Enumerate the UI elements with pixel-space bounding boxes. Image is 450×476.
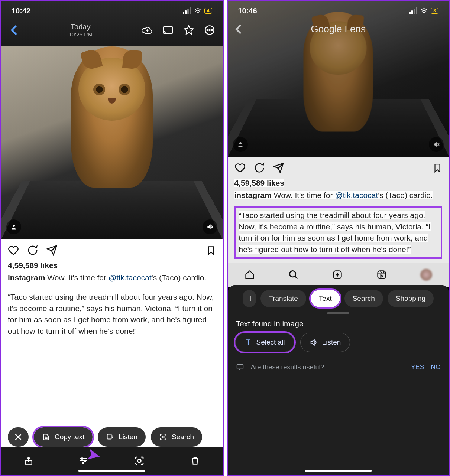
status-time: 10:42 <box>12 7 30 15</box>
search-button[interactable]: Search <box>151 427 202 447</box>
battery-indicator: 4 <box>204 8 212 14</box>
status-indicators: 4 <box>183 7 212 14</box>
likes-count: 4,59,589 likes <box>234 179 443 188</box>
bookmark-icon[interactable] <box>206 245 216 256</box>
svg-rect-20 <box>378 271 385 279</box>
mode-shopping[interactable]: Shopping <box>388 290 434 307</box>
listen-icon <box>106 433 114 441</box>
feedback-no[interactable]: NO <box>431 363 441 371</box>
svg-point-3 <box>209 29 210 30</box>
svg-point-5 <box>13 225 15 227</box>
copy-text-button[interactable]: Copy text <box>34 427 93 447</box>
right-screenshot: 10:46 3 Google Lens 4,5 <box>227 0 450 476</box>
caption-username[interactable]: instagram <box>8 273 45 282</box>
photo-preview[interactable] <box>1 46 223 239</box>
likes-count: 4,59,589 likes <box>8 261 216 270</box>
favorite-star-icon[interactable] <box>183 25 194 36</box>
mode-text[interactable]: Text <box>311 290 340 307</box>
photo-date-title: Today <box>20 23 142 31</box>
copy-text-icon <box>42 433 50 441</box>
lens-action-row: Copy text Listen Search <box>1 427 223 447</box>
home-indicator[interactable] <box>78 470 145 472</box>
bookmark-icon[interactable] <box>433 162 442 173</box>
svg-point-12 <box>84 460 86 462</box>
mode-translate[interactable]: Translate <box>260 290 306 307</box>
lens-search-icon <box>159 433 167 441</box>
cloud-upload-icon[interactable] <box>142 25 153 36</box>
mute-icon[interactable] <box>429 137 444 152</box>
text-select-icon <box>245 338 252 346</box>
svg-rect-0 <box>164 27 172 33</box>
close-lens-button[interactable] <box>8 427 29 447</box>
home-icon[interactable] <box>245 270 255 280</box>
search-icon[interactable] <box>288 270 299 280</box>
reels-icon[interactable] <box>376 270 387 280</box>
caption-mention[interactable]: @tik.tacocat <box>109 273 152 282</box>
svg-point-11 <box>81 458 83 459</box>
like-heart-icon[interactable] <box>8 245 19 256</box>
svg-point-18 <box>289 271 295 277</box>
svg-rect-8 <box>107 434 111 439</box>
back-button[interactable] <box>9 25 20 36</box>
svg-point-13 <box>82 462 84 464</box>
lens-title: Google Lens <box>311 23 366 35</box>
status-bar: 10:42 4 <box>1 1 223 20</box>
wifi-icon <box>420 8 428 14</box>
cellular-icon <box>409 7 417 14</box>
post-quote: “Taco started using the treadmill about … <box>239 211 431 253</box>
tune-icon[interactable] <box>78 456 89 465</box>
like-heart-icon[interactable] <box>234 162 246 173</box>
feedback-icon <box>236 363 244 371</box>
status-bar: 10:46 3 <box>228 1 449 20</box>
home-indicator[interactable] <box>305 470 372 472</box>
profile-avatar[interactable] <box>420 269 432 281</box>
svg-point-4 <box>211 29 212 30</box>
share-icon[interactable] <box>24 455 33 466</box>
left-screenshot: 10:42 4 Today 10:25 PM <box>0 0 224 476</box>
svg-point-9 <box>162 436 164 438</box>
feedback-row: Are these results useful? YES NO <box>228 352 449 371</box>
instagram-caption-panel: 4,59,589 likes instagram Wow. It's time … <box>1 239 223 475</box>
instagram-bottom-nav <box>228 263 449 287</box>
lens-header: Google Lens <box>228 23 449 35</box>
cast-icon[interactable] <box>162 25 174 36</box>
mute-icon[interactable] <box>203 219 217 234</box>
lens-back-button[interactable] <box>235 24 242 35</box>
battery-indicator: 3 <box>431 8 438 14</box>
listen-button[interactable]: Listen <box>300 333 350 352</box>
tagged-user-icon[interactable] <box>233 137 248 152</box>
mode-search[interactable]: Search <box>344 290 383 307</box>
photo-time-subtitle: 10:25 PM <box>20 31 142 38</box>
cellular-icon <box>183 7 191 14</box>
svg-point-14 <box>138 459 141 463</box>
lens-mode-row: Translate Text Search Shopping <box>228 285 449 307</box>
feedback-question: Are these results useful? <box>251 363 324 371</box>
wifi-icon <box>194 8 201 14</box>
lens-icon[interactable] <box>134 455 145 466</box>
sheet-title: Text found in image <box>228 314 449 333</box>
new-post-icon[interactable] <box>332 270 343 280</box>
post-quote: “Taco started using the treadmill about … <box>8 291 216 337</box>
instagram-caption-panel: 4,59,589 likes instagram Wow. It's time … <box>228 157 449 263</box>
caption-username[interactable]: instagram <box>234 191 272 199</box>
post-caption: instagram Wow. It's time for @tik.tacoca… <box>234 190 443 201</box>
mode-peek-left[interactable] <box>243 290 256 307</box>
delete-trash-icon[interactable] <box>190 456 200 466</box>
tagged-user-icon[interactable] <box>6 219 21 234</box>
share-send-icon[interactable] <box>273 162 284 173</box>
listen-button[interactable]: Listen <box>98 427 146 447</box>
speaker-icon <box>310 338 318 346</box>
post-caption: instagram Wow. It's time for @tik.tacoca… <box>8 272 216 283</box>
highlighted-quote-box: “Taco started using the treadmill about … <box>234 206 443 259</box>
comment-icon[interactable] <box>254 162 265 173</box>
svg-point-15 <box>239 142 242 144</box>
feedback-yes[interactable]: YES <box>411 363 424 371</box>
status-indicators: 3 <box>409 7 438 14</box>
select-all-button[interactable]: Select all <box>235 333 294 352</box>
svg-point-2 <box>207 29 208 30</box>
share-send-icon[interactable] <box>46 245 58 256</box>
more-menu-icon[interactable] <box>204 25 215 36</box>
comment-icon[interactable] <box>27 245 38 256</box>
lens-bottom-sheet: Translate Text Search Shopping Text foun… <box>228 285 449 475</box>
caption-mention[interactable]: @tik.tacocat <box>335 191 378 199</box>
